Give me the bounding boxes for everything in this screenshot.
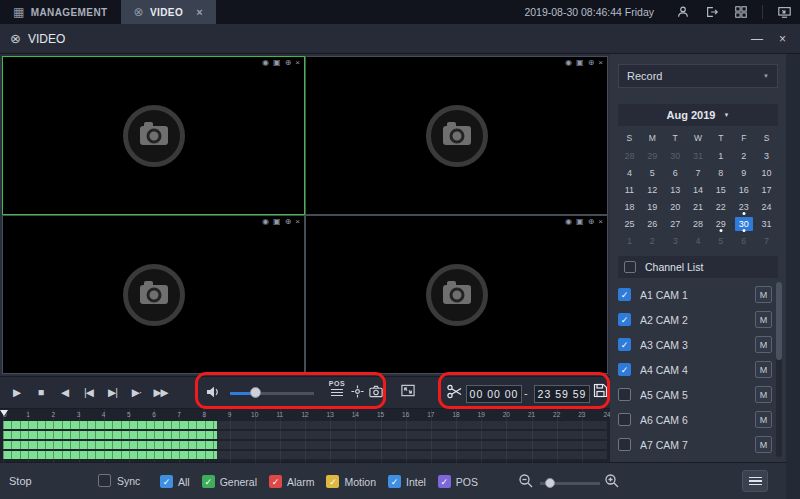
- channel-checkbox[interactable]: ✓: [618, 338, 631, 351]
- channel-checkbox[interactable]: ✓: [618, 288, 631, 301]
- clip-end-time[interactable]: 23 59 59: [534, 385, 590, 403]
- channel-row-1[interactable]: ✓A1 CAM 1M: [618, 282, 772, 307]
- stream-info-icon[interactable]: ◉: [565, 58, 572, 68]
- volume-icon[interactable]: [205, 384, 221, 400]
- timeline-row-A3[interactable]: [3, 441, 607, 449]
- calendar-day[interactable]: 26: [641, 215, 664, 232]
- timeline-row-A2[interactable]: [3, 431, 607, 439]
- video-pane-1[interactable]: ◉▣⊕×: [2, 56, 305, 215]
- stream-info-icon[interactable]: ◉: [262, 217, 269, 227]
- calendar-day[interactable]: 28: [687, 215, 710, 232]
- calendar-day[interactable]: 5: [641, 164, 664, 181]
- m-button[interactable]: M: [755, 411, 772, 428]
- calendar-day[interactable]: 8: [709, 164, 732, 181]
- timeline-zoom-in-icon[interactable]: [604, 473, 620, 489]
- channel-checkbox[interactable]: [618, 413, 631, 426]
- calendar-day[interactable]: 5: [709, 232, 732, 249]
- local-record-icon[interactable]: ▣: [273, 217, 281, 227]
- next-frame-button[interactable]: ▶|: [102, 380, 123, 404]
- record-type-dropdown[interactable]: Record ▼: [618, 64, 778, 88]
- multi-screen-icon[interactable]: [733, 4, 749, 20]
- video-pane-4[interactable]: ◉▣⊕×: [305, 215, 608, 374]
- channel-checkbox[interactable]: [618, 388, 631, 401]
- user-icon[interactable]: [675, 4, 691, 20]
- channel-list-toggle-button[interactable]: [742, 470, 768, 492]
- tab-video[interactable]: ⊗ VIDEO ×: [121, 0, 216, 24]
- calendar-day[interactable]: 23: [732, 198, 755, 215]
- window-close-icon[interactable]: ×: [779, 32, 786, 46]
- calendar-day[interactable]: 22: [709, 198, 732, 215]
- channel-checkbox[interactable]: ✓: [618, 363, 631, 376]
- local-record-icon[interactable]: ▣: [273, 58, 281, 68]
- calendar-day[interactable]: 19: [641, 198, 664, 215]
- channel-list-scrollbar[interactable]: [776, 282, 782, 457]
- calendar-day[interactable]: 30: [732, 215, 755, 232]
- filter-pos[interactable]: ✓POS: [438, 475, 478, 488]
- digital-zoom-icon[interactable]: ⊕: [588, 217, 595, 227]
- slow-play-button[interactable]: ▶·: [126, 380, 147, 404]
- channel-row-3[interactable]: ✓A3 CAM 3M: [618, 332, 772, 357]
- fast-play-button[interactable]: ▶▶: [150, 380, 171, 404]
- stream-info-icon[interactable]: ◉: [565, 217, 572, 227]
- smart-search-camera-icon[interactable]: [368, 384, 384, 399]
- calendar-day[interactable]: 31: [755, 215, 778, 232]
- calendar-day[interactable]: 3: [664, 232, 687, 249]
- calendar-day[interactable]: 20: [664, 198, 687, 215]
- timeline-zoom-out-icon[interactable]: [518, 473, 534, 489]
- calendar-day[interactable]: 6: [732, 232, 755, 249]
- clip-start-time[interactable]: 00 00 00: [466, 385, 522, 403]
- calendar-day[interactable]: 1: [618, 232, 641, 249]
- timeline-zoom-slider-knob[interactable]: [545, 478, 555, 488]
- timeline-row-A4[interactable]: [3, 451, 607, 459]
- calendar-day[interactable]: 30: [664, 147, 687, 164]
- calendar-day[interactable]: 2: [641, 232, 664, 249]
- logout-icon[interactable]: [704, 4, 720, 20]
- checkbox-motion[interactable]: ✓: [326, 475, 339, 488]
- m-button[interactable]: M: [755, 336, 772, 353]
- calendar-day[interactable]: 12: [641, 181, 664, 198]
- stream-info-icon[interactable]: ◉: [262, 58, 269, 68]
- m-button[interactable]: M: [755, 361, 772, 378]
- close-video-icon[interactable]: ×: [295, 217, 300, 227]
- play-button[interactable]: ▶: [6, 380, 27, 404]
- calendar-day[interactable]: 4: [618, 164, 641, 181]
- filter-all[interactable]: ✓All: [160, 475, 190, 488]
- calendar-day[interactable]: 13: [664, 181, 687, 198]
- previous-frame-button[interactable]: |◀: [78, 380, 99, 404]
- calendar-day[interactable]: 7: [687, 164, 710, 181]
- m-button[interactable]: M: [755, 311, 772, 328]
- filter-general[interactable]: ✓General: [202, 475, 257, 488]
- calendar-day[interactable]: 6: [664, 164, 687, 181]
- playhead-marker[interactable]: [0, 410, 8, 416]
- clip-scissors-icon[interactable]: [446, 383, 463, 400]
- channel-row-5[interactable]: A5 CAM 5M: [618, 382, 772, 407]
- pos-info-button[interactable]: POS: [326, 380, 348, 396]
- calendar-day[interactable]: 14: [687, 181, 710, 198]
- m-button[interactable]: M: [755, 436, 772, 453]
- sync-time-icon[interactable]: [350, 384, 365, 399]
- video-pane-2[interactable]: ◉▣⊕×: [305, 56, 608, 215]
- digital-zoom-icon[interactable]: ⊕: [588, 58, 595, 68]
- checkbox-all[interactable]: ✓: [160, 475, 173, 488]
- calendar-day[interactable]: 21: [687, 198, 710, 215]
- calendar-day[interactable]: 16: [732, 181, 755, 198]
- tab-management[interactable]: ▦ MANAGEMENT: [0, 0, 121, 24]
- calendar-day[interactable]: 17: [755, 181, 778, 198]
- calendar-month-header[interactable]: Aug 2019 ▼: [618, 104, 778, 126]
- save-clip-icon[interactable]: [592, 382, 609, 399]
- m-button[interactable]: M: [755, 386, 772, 403]
- calendar-day[interactable]: 27: [664, 215, 687, 232]
- fullscreen-icon[interactable]: [400, 383, 416, 398]
- checkbox-alarm[interactable]: ✓: [269, 475, 282, 488]
- timeline[interactable]: 0123456789101112131415161718192021222324: [0, 408, 610, 462]
- checkbox-general[interactable]: ✓: [202, 475, 215, 488]
- filter-intel[interactable]: ✓Intel: [388, 475, 426, 488]
- video-pane-3[interactable]: ◉▣⊕×: [2, 215, 305, 374]
- channel-row-7[interactable]: A7 CAM 7M: [618, 432, 772, 457]
- calendar-day[interactable]: 15: [709, 181, 732, 198]
- tab-close-icon[interactable]: ×: [196, 6, 203, 18]
- calendar-day[interactable]: 25: [618, 215, 641, 232]
- local-record-icon[interactable]: ▣: [576, 58, 584, 68]
- local-record-icon[interactable]: ▣: [576, 217, 584, 227]
- calendar-day[interactable]: 9: [732, 164, 755, 181]
